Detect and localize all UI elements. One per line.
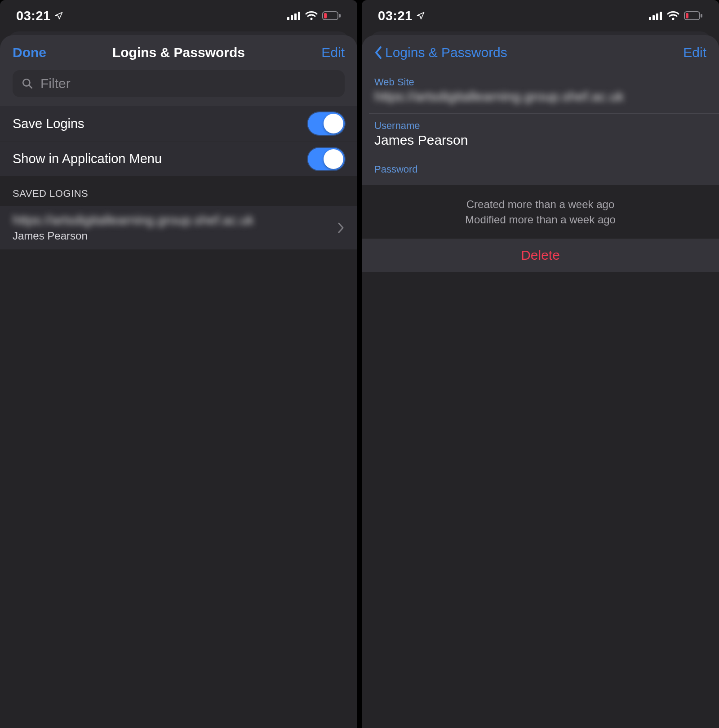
svg-rect-11 bbox=[652, 15, 655, 20]
website-value: https://artsdigitallearning.group.shef.a… bbox=[374, 89, 706, 104]
delete-button[interactable]: Delete bbox=[362, 239, 719, 272]
done-button[interactable]: Done bbox=[13, 45, 46, 60]
svg-rect-12 bbox=[656, 13, 658, 20]
time-text: 03:21 bbox=[378, 9, 413, 23]
login-detail-list: Web Site https://artsdigitallearning.gro… bbox=[362, 70, 719, 185]
svg-rect-6 bbox=[324, 13, 327, 18]
svg-rect-0 bbox=[287, 17, 289, 20]
status-bar: 03:21 bbox=[362, 0, 719, 31]
saved-login-row[interactable]: https://artsdigitallearning.group.shef.a… bbox=[0, 206, 357, 249]
cellular-signal-icon bbox=[287, 11, 301, 20]
modal-sheet: Done Logins & Passwords Edit Save Logins bbox=[0, 35, 357, 728]
empty-space bbox=[362, 272, 719, 728]
metadata-block: Created more than a week ago Modified mo… bbox=[362, 185, 719, 239]
location-arrow-icon bbox=[54, 11, 63, 20]
website-label: Web Site bbox=[374, 76, 706, 88]
svg-rect-2 bbox=[294, 13, 297, 20]
wifi-icon bbox=[667, 11, 679, 21]
svg-rect-17 bbox=[701, 14, 702, 18]
username-label: Username bbox=[374, 120, 706, 132]
svg-rect-1 bbox=[291, 15, 293, 20]
username-value: James Pearson bbox=[374, 133, 706, 148]
svg-point-14 bbox=[672, 18, 675, 20]
screenshot-divider bbox=[357, 0, 362, 728]
edit-button[interactable]: Edit bbox=[321, 45, 345, 60]
nav-bar: Logins & Passwords Edit bbox=[362, 35, 719, 70]
phone-right: 03:21 bbox=[362, 0, 719, 728]
svg-rect-7 bbox=[339, 14, 341, 18]
chevron-left-icon bbox=[374, 45, 382, 60]
nav-title: Logins & Passwords bbox=[0, 45, 357, 60]
svg-rect-13 bbox=[660, 12, 662, 20]
phone-left: 03:21 bbox=[0, 0, 357, 728]
svg-rect-16 bbox=[686, 13, 688, 18]
cellular-signal-icon bbox=[649, 11, 662, 20]
back-label: Logins & Passwords bbox=[385, 45, 507, 60]
location-arrow-icon bbox=[416, 11, 425, 20]
password-label: Password bbox=[374, 164, 706, 175]
status-bar: 03:21 bbox=[0, 0, 357, 31]
website-field[interactable]: Web Site https://artsdigitallearning.gro… bbox=[369, 70, 719, 114]
show-in-menu-toggle[interactable] bbox=[308, 148, 345, 170]
show-in-menu-row: Show in Application Menu bbox=[0, 141, 357, 176]
save-logins-row: Save Logins bbox=[0, 106, 357, 141]
battery-icon bbox=[322, 11, 341, 20]
modified-text: Modified more than a week ago bbox=[362, 212, 719, 227]
back-button[interactable]: Logins & Passwords bbox=[374, 45, 507, 60]
wifi-icon bbox=[305, 11, 318, 21]
status-time: 03:21 bbox=[16, 9, 63, 23]
filter-input[interactable] bbox=[40, 75, 336, 92]
filter-search[interactable] bbox=[13, 70, 345, 97]
settings-toggle-list: Save Logins Show in Application Menu bbox=[0, 106, 357, 176]
svg-rect-10 bbox=[649, 17, 651, 20]
nav-bar: Done Logins & Passwords Edit bbox=[0, 35, 357, 70]
username-field[interactable]: Username James Pearson bbox=[369, 114, 719, 157]
edit-button[interactable]: Edit bbox=[683, 45, 706, 60]
svg-rect-3 bbox=[298, 12, 300, 20]
search-icon bbox=[22, 78, 33, 89]
save-logins-label: Save Logins bbox=[13, 116, 84, 131]
saved-login-user: James Pearson bbox=[13, 230, 330, 242]
status-time: 03:21 bbox=[378, 9, 425, 23]
saved-login-site: https://artsdigitallearning.group.shef.a… bbox=[13, 213, 330, 228]
password-field[interactable]: Password bbox=[369, 157, 719, 185]
show-in-menu-label: Show in Application Menu bbox=[13, 151, 162, 166]
created-text: Created more than a week ago bbox=[362, 197, 719, 212]
svg-line-9 bbox=[29, 85, 32, 88]
svg-point-4 bbox=[311, 18, 313, 20]
chevron-right-icon bbox=[337, 222, 345, 234]
empty-space bbox=[0, 249, 357, 728]
modal-sheet: Logins & Passwords Edit Web Site https:/… bbox=[362, 35, 719, 728]
time-text: 03:21 bbox=[16, 9, 51, 23]
battery-icon bbox=[684, 11, 703, 20]
saved-logins-header: SAVED LOGINS bbox=[0, 176, 357, 206]
save-logins-toggle[interactable] bbox=[308, 112, 345, 135]
